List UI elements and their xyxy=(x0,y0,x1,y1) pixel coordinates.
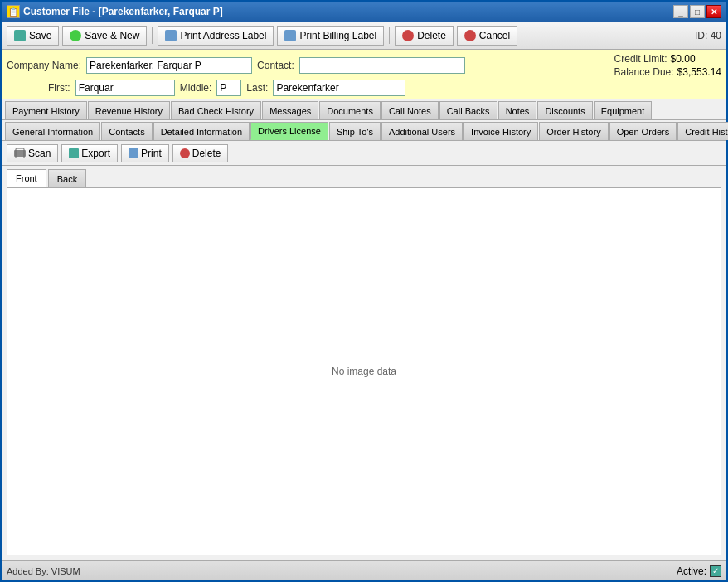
company-name-label: Company Name: xyxy=(7,60,81,71)
active-checkbox[interactable]: ✓ xyxy=(710,565,721,577)
content-delete-button[interactable]: Delete xyxy=(172,144,229,162)
credit-limit-value: $0.00 xyxy=(671,53,696,65)
middle-input[interactable] xyxy=(216,80,241,96)
toolbar: Save Save & New Print Address Label Prin… xyxy=(2,22,726,50)
print-address-button[interactable]: Print Address Label xyxy=(158,26,274,46)
tab-payment-history[interactable]: Payment History xyxy=(5,101,87,119)
save-button[interactable]: Save xyxy=(7,26,59,46)
separator-1 xyxy=(152,27,153,44)
delete-icon xyxy=(402,30,414,41)
last-input[interactable] xyxy=(273,80,405,96)
print-address-label: Print Address Label xyxy=(180,30,266,41)
record-id: ID: 40 xyxy=(695,30,721,41)
content-delete-label: Delete xyxy=(192,148,221,159)
credit-limit-label: Credit Limit: xyxy=(614,53,667,65)
tab-detailed-information[interactable]: Detailed Information xyxy=(153,122,250,140)
tab-open-orders[interactable]: Open Orders xyxy=(609,122,677,140)
title-bar: 📋 Customer File - [Parekenfarker, Farqua… xyxy=(2,2,726,22)
first-input[interactable] xyxy=(75,80,175,96)
tab-revenue-history[interactable]: Revenue History xyxy=(88,101,170,119)
form-line-1: Company Name: Contact: Credit Limit: $0.… xyxy=(7,53,721,78)
tab-bad-check-history[interactable]: Bad Check History xyxy=(171,101,261,119)
content-toolbar: Scan Export Print Delete xyxy=(2,141,726,166)
delete-label: Delete xyxy=(417,30,446,41)
print-billing-icon xyxy=(284,30,296,41)
export-icon xyxy=(69,148,79,158)
save-new-icon xyxy=(70,30,81,41)
scan-label: Scan xyxy=(28,148,51,159)
tab-messages[interactable]: Messages xyxy=(262,101,318,119)
balance-due-value: $3,553.14 xyxy=(677,66,721,78)
print-billing-button[interactable]: Print Billing Label xyxy=(277,26,384,46)
image-tabs: FrontBack xyxy=(2,166,726,187)
cancel-icon xyxy=(464,30,476,41)
title-bar-left: 📋 Customer File - [Parekenfarker, Farqua… xyxy=(7,5,223,18)
tab-documents[interactable]: Documents xyxy=(319,101,381,119)
export-label: Export xyxy=(81,148,110,159)
last-label: Last: xyxy=(246,82,268,94)
print-address-icon xyxy=(165,30,177,41)
added-by-text: Added By: VISUM xyxy=(7,566,80,576)
image-content-area: No image data xyxy=(7,187,721,555)
balance-due-label: Balance Due: xyxy=(614,66,674,78)
tab-ship-tos[interactable]: Ship To's xyxy=(329,122,381,140)
company-name-input[interactable] xyxy=(86,57,252,74)
tab-call-backs[interactable]: Call Backs xyxy=(439,101,497,119)
tab-additional-users[interactable]: Additional Users xyxy=(381,122,463,140)
contact-label: Contact: xyxy=(257,60,294,71)
tab-order-history[interactable]: Order History xyxy=(539,122,608,140)
save-label: Save xyxy=(29,30,51,41)
tab-drivers-license[interactable]: Drivers License xyxy=(250,122,328,140)
image-tab-back[interactable]: Back xyxy=(48,169,86,187)
tab-notes[interactable]: Notes xyxy=(498,101,537,119)
form-section: Company Name: Contact: Credit Limit: $0.… xyxy=(2,50,726,99)
form-line-2: First: Middle: Last: xyxy=(7,80,721,96)
main-window: 📋 Customer File - [Parekenfarker, Farqua… xyxy=(0,0,728,582)
contact-input[interactable] xyxy=(299,57,465,74)
save-new-button[interactable]: Save & New xyxy=(62,26,147,46)
image-tab-front[interactable]: Front xyxy=(7,169,46,187)
maximize-button[interactable]: □ xyxy=(690,5,705,18)
active-area: Active: ✓ xyxy=(677,565,721,577)
tab-equipment[interactable]: Equipment xyxy=(594,101,653,119)
tab-invoice-history[interactable]: Invoice History xyxy=(463,122,538,140)
content-delete-icon xyxy=(180,148,190,158)
minimize-button[interactable]: _ xyxy=(673,5,688,18)
tab-general-information[interactable]: General Information xyxy=(5,122,100,140)
checkmark-icon: ✓ xyxy=(712,566,719,575)
save-new-label: Save & New xyxy=(85,30,139,41)
tab-credit-history[interactable]: Credit History xyxy=(677,122,728,140)
save-icon xyxy=(14,30,26,41)
print-button[interactable]: Print xyxy=(121,144,169,162)
scan-icon xyxy=(14,148,26,158)
window-icon: 📋 xyxy=(7,5,20,18)
separator-2 xyxy=(389,27,390,44)
delete-button[interactable]: Delete xyxy=(395,26,454,46)
tab-call-notes[interactable]: Call Notes xyxy=(381,101,439,119)
export-button[interactable]: Export xyxy=(61,144,118,162)
cancel-button[interactable]: Cancel xyxy=(457,26,517,46)
print-icon xyxy=(129,148,138,158)
print-label: Print xyxy=(141,148,162,159)
close-button[interactable]: ✕ xyxy=(706,5,721,18)
tabs-row-1: Payment HistoryRevenue HistoryBad Check … xyxy=(2,99,726,120)
first-label: First: xyxy=(48,82,70,94)
tab-discounts[interactable]: Discounts xyxy=(537,101,592,119)
print-billing-label: Print Billing Label xyxy=(299,30,376,41)
title-bar-controls: _ □ ✕ xyxy=(673,5,721,18)
window-title: Customer File - [Parekenfarker, Farquar … xyxy=(23,6,223,17)
active-label: Active: xyxy=(677,565,706,577)
status-bar: Added By: VISUM Active: ✓ xyxy=(2,560,726,580)
no-image-text: No image data xyxy=(332,366,396,377)
tab-contacts[interactable]: Contacts xyxy=(101,122,152,140)
middle-label: Middle: xyxy=(180,82,212,94)
tabs-row-2: General InformationContactsDetailed Info… xyxy=(2,120,726,141)
scan-button[interactable]: Scan xyxy=(7,144,58,162)
cancel-label: Cancel xyxy=(479,30,510,41)
